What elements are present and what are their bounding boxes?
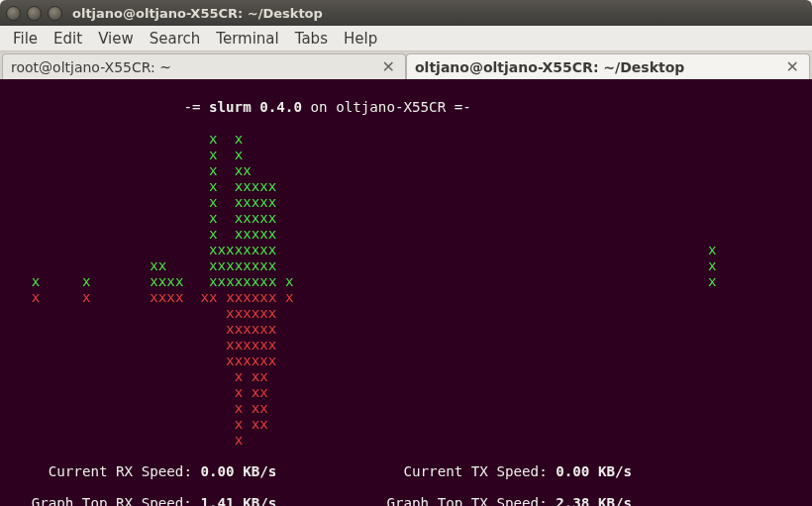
close-icon[interactable]: ✕ [380,57,397,76]
close-icon[interactable]: ✕ [784,57,801,76]
menu-search[interactable]: Search [143,28,208,50]
maximize-icon[interactable] [48,6,62,21]
slurm-header: -= slurm 0.4.0 on oltjano-X55CR =- [6,99,806,115]
menu-terminal[interactable]: Terminal [209,28,285,50]
slurm-graph: x x x x x xx [6,131,806,448]
tab-root[interactable]: root@oltjano-X55CR: ~ ✕ [2,53,406,79]
window-titlebar: oltjano@oltjano-X55CR: ~/Desktop [0,0,812,26]
stats-row-1: Current RX Speed: 0.00 KB/s Current TX S… [6,463,806,479]
tab-desktop[interactable]: oltjano@oltjano-X55CR: ~/Desktop ✕ [406,53,810,79]
menu-bar: File Edit View Search Terminal Tabs Help [0,26,812,51]
menu-help[interactable]: Help [337,28,384,50]
stats-row-2: Graph Top RX Speed: 1.41 KB/s Graph Top … [6,495,806,506]
menu-edit[interactable]: Edit [47,28,89,50]
window-title: oltjano@oltjano-X55CR: ~/Desktop [72,6,323,21]
tab-strip: root@oltjano-X55CR: ~ ✕ oltjano@oltjano-… [0,51,812,79]
menu-view[interactable]: View [91,28,141,50]
menu-file[interactable]: File [6,28,45,50]
menu-tabs[interactable]: Tabs [288,28,335,50]
tab-label: oltjano@oltjano-X55CR: ~/Desktop [415,59,684,75]
close-icon[interactable] [6,6,21,21]
tab-label: root@oltjano-X55CR: ~ [11,59,171,75]
terminal-output[interactable]: -= slurm 0.4.0 on oltjano-X55CR =- x x x… [0,79,812,506]
minimize-icon[interactable] [27,6,42,21]
